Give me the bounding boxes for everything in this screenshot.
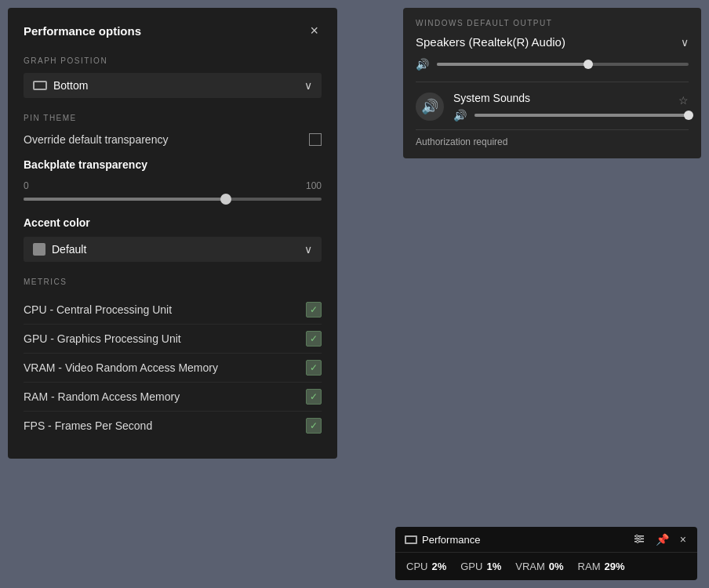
stat-ram-value: 29%	[604, 561, 624, 572]
metric-vram-checkbox[interactable]: ✓	[306, 360, 322, 376]
system-sounds-info: System Sounds ☆ 🔊	[453, 92, 689, 122]
mini-close-button[interactable]: ×	[678, 534, 688, 545]
stat-vram-value: 0%	[549, 561, 564, 572]
panel-header: Performance options ×	[24, 22, 322, 39]
backplate-label: Backplate transparency	[24, 158, 147, 171]
mini-perf-header: Performance 📌 ×	[395, 527, 697, 553]
metric-vram-item: VRAM - Video Random Access Memory ✓	[24, 353, 322, 382]
main-volume-fill	[437, 63, 588, 66]
pin-theme-label: PIN THEME	[24, 114, 322, 122]
system-sounds-row: 🔊 System Sounds ☆ 🔊	[416, 92, 689, 122]
mini-monitor-icon	[405, 535, 417, 544]
accent-left: Default	[33, 243, 86, 256]
backplate-row: Backplate transparency	[24, 155, 322, 174]
svg-point-5	[636, 540, 638, 543]
system-sounds-name: System Sounds	[453, 92, 530, 104]
system-sounds-thumb[interactable]	[684, 111, 693, 120]
main-volume-slider[interactable]	[437, 63, 689, 66]
slider-min: 0	[24, 180, 29, 191]
svg-point-3	[635, 535, 638, 537]
metric-ram-checkbox[interactable]: ✓	[306, 389, 322, 405]
accent-title: Accent color	[24, 216, 322, 229]
transparency-slider-section: 0 100	[24, 180, 322, 201]
mini-perf-title-row: Performance	[405, 534, 480, 546]
slider-fill	[24, 198, 226, 201]
chevron-down-icon: ∨	[304, 79, 312, 92]
override-transparency-row: Override default transparency	[24, 130, 322, 149]
accent-value: Default	[52, 243, 86, 256]
audio-main-device-row: Speakers (Realtek(R) Audio) ∨	[416, 35, 689, 49]
mini-performance-widget: Performance 📌 × CPU 2% GPU 1%	[395, 527, 697, 580]
transparency-slider[interactable]	[24, 198, 322, 201]
audio-section-label: WINDOWS DEFAULT OUTPUT	[416, 19, 689, 27]
metric-cpu-checkbox[interactable]: ✓	[306, 302, 322, 318]
performance-options-panel: Performance options × GRAPH POSITION Bot…	[8, 8, 337, 459]
mini-settings-button[interactable]	[632, 533, 646, 546]
system-sounds-icon: 🔊	[416, 93, 444, 121]
stat-gpu-value: 1%	[486, 561, 501, 572]
audio-main-volume-row: 🔊	[416, 58, 689, 71]
main-volume-thumb[interactable]	[584, 60, 593, 69]
svg-point-4	[638, 538, 641, 540]
stat-cpu-value: 2%	[431, 561, 446, 572]
stat-gpu-label: GPU	[460, 561, 482, 572]
system-sounds-speaker-icon: 🔊	[453, 109, 467, 122]
system-sounds-slider[interactable]	[474, 114, 689, 117]
override-label: Override default transparency	[24, 133, 168, 146]
system-sounds-vol-row: 🔊	[453, 109, 689, 122]
accent-swatch	[33, 243, 45, 256]
metric-fps-checkbox[interactable]: ✓	[306, 418, 322, 434]
metric-cpu-item: CPU - Central Processing Unit ✓	[24, 294, 322, 324]
audio-device-chevron-icon[interactable]: ∨	[681, 36, 689, 49]
auth-required-text: Authorization required	[416, 129, 689, 147]
mini-perf-title: Performance	[422, 534, 480, 546]
metric-gpu-item: GPU - Graphics Processing Unit ✓	[24, 324, 322, 353]
metric-gpu-label: GPU - Graphics Processing Unit	[24, 332, 181, 345]
metrics-section: METRICS CPU - Central Processing Unit ✓ …	[24, 278, 322, 440]
metric-cpu-label: CPU - Central Processing Unit	[24, 303, 172, 316]
audio-device-name: Speakers (Realtek(R) Audio)	[416, 35, 565, 49]
accent-chevron-icon: ∨	[304, 243, 312, 256]
stat-vram-label: VRAM	[515, 561, 545, 572]
stat-cpu: CPU 2%	[406, 561, 460, 572]
monitor-icon	[33, 81, 47, 90]
stat-ram-label: RAM	[578, 561, 601, 572]
stat-vram: VRAM 0%	[515, 561, 577, 572]
stat-cpu-label: CPU	[406, 561, 427, 572]
system-sounds-header: System Sounds ☆	[453, 92, 689, 109]
audio-panel: WINDOWS DEFAULT OUTPUT Speakers (Realtek…	[403, 8, 701, 158]
accent-dropdown[interactable]: Default ∨	[24, 237, 322, 262]
override-checkbox[interactable]	[309, 133, 322, 146]
slider-thumb[interactable]	[220, 194, 231, 205]
system-sounds-fill	[474, 114, 689, 117]
audio-divider	[416, 82, 689, 82]
metric-fps-label: FPS - Frames Per Second	[24, 419, 152, 432]
metrics-list: CPU - Central Processing Unit ✓ GPU - Gr…	[24, 294, 322, 440]
metrics-label: METRICS	[24, 278, 322, 286]
mini-perf-controls: 📌 ×	[632, 533, 688, 546]
star-icon[interactable]: ☆	[678, 94, 689, 107]
speaker-icon: 🔊	[416, 58, 429, 71]
accent-color-section: Accent color Default ∨	[24, 216, 322, 262]
slider-labels: 0 100	[24, 180, 322, 191]
stat-gpu: GPU 1%	[460, 561, 515, 572]
stat-ram: RAM 29%	[578, 561, 639, 572]
metric-ram-label: RAM - Random Access Memory	[24, 390, 180, 403]
metric-fps-item: FPS - Frames Per Second ✓	[24, 411, 322, 440]
metric-vram-label: VRAM - Video Random Access Memory	[24, 361, 218, 374]
slider-max: 100	[306, 180, 322, 191]
metric-gpu-checkbox[interactable]: ✓	[306, 331, 322, 347]
graph-position-label: GRAPH POSITION	[24, 56, 322, 65]
graph-position-dropdown[interactable]: Bottom ∨	[24, 73, 322, 98]
mini-perf-stats: CPU 2% GPU 1% VRAM 0% RAM 29%	[395, 553, 697, 580]
pin-theme-section: PIN THEME Override default transparency …	[24, 114, 322, 201]
close-button[interactable]: ×	[307, 22, 322, 39]
graph-position-value: Bottom	[53, 79, 88, 92]
dropdown-left: Bottom	[33, 79, 88, 92]
mini-pin-button[interactable]: 📌	[654, 534, 671, 545]
panel-title: Performance options	[24, 24, 141, 38]
metric-ram-item: RAM - Random Access Memory ✓	[24, 382, 322, 411]
